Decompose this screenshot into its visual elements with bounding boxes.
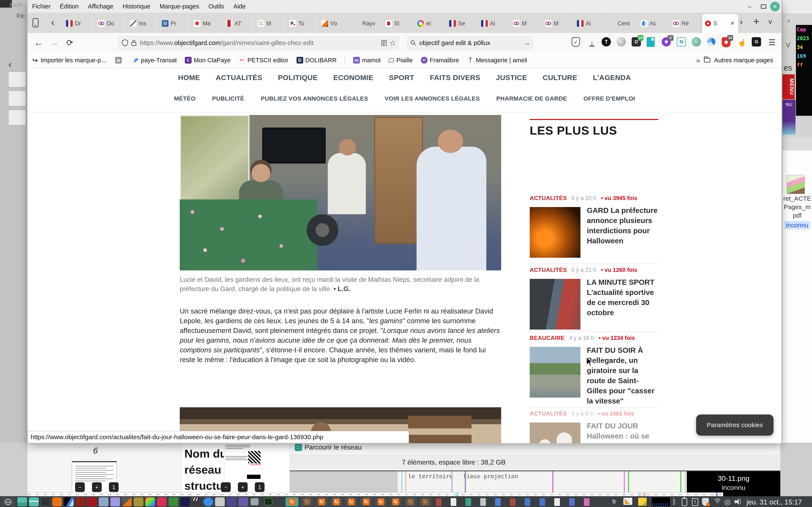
taskbar-window-button[interactable]: ↻ [359,497,372,506]
menu-item[interactable]: Aide [234,3,246,10]
article-link[interactable]: FAIT DU JOUR Halloween : où se faire peu… [587,421,658,443]
bookmark-item[interactable]: paye-Transat [132,57,177,64]
extension-icon[interactable] [767,37,777,48]
bookmark-item[interactable]: Messagerie | ameli [467,57,527,64]
menu-item[interactable]: Historique [123,3,150,10]
article-thumbnail[interactable] [530,207,580,258]
launcher-icon[interactable] [134,497,143,506]
taskbar-document-button[interactable] [566,498,578,506]
browser-tab[interactable]: S✕ [702,14,739,33]
taskbar-document-button[interactable] [536,498,548,506]
browser-tab[interactable]: Ai✕ [478,14,510,33]
launcher-icon[interactable] [157,497,167,506]
launcher-icon[interactable] [29,497,39,506]
clipboard-icon[interactable] [692,498,698,506]
site-nav-item[interactable]: JUSTICE [496,73,527,82]
zoom-page-button[interactable]: 1 [109,482,119,492]
bookmark-item[interactable]: Piaille [389,57,413,64]
url-bar[interactable]: https://www.objectifgard.com/gard/nimes/… [118,36,399,50]
forward-button[interactable]: → [48,36,60,49]
article-link[interactable]: LA MINUTE SPORT L'actualité sportive de … [587,277,658,318]
system-monitor-icon[interactable] [264,498,272,505]
shield-permissions-icon[interactable] [121,39,129,47]
taskbar-window-button[interactable]: ↻ [419,497,432,506]
launcher-icon[interactable] [145,497,155,506]
site-nav-item[interactable]: HOME [178,73,200,82]
clock[interactable]: jeu. 31 oct., 15:17 [747,498,802,506]
extension-icon[interactable] [737,37,747,48]
extension-icon[interactable]: 0 [662,37,671,47]
minimize-button[interactable]: – [745,2,755,11]
scroll-tabs-right-icon[interactable]: › [740,16,743,27]
list-tabs-icon[interactable]: ˅ [768,18,772,26]
launcher-icon[interactable] [215,497,225,506]
taskbar-window-button[interactable]: ↻ [389,497,402,506]
site-nav-item[interactable]: POLITIQUE [278,73,318,82]
browser-tab[interactable]: M✕ [542,14,574,33]
zoom-out-button[interactable]: − [221,482,231,492]
browser-tab[interactable]: Sl✕ [383,14,415,33]
browse-network-button[interactable]: ⏍ Parcourir le réseau [295,443,362,451]
firefox-view-icon[interactable] [33,18,39,27]
launcher-icon[interactable] [75,497,85,506]
taskbar-document-button[interactable] [581,498,593,506]
bookmark-item[interactable]: mamot [353,57,381,64]
start-menu-button[interactable]: lm [1,497,15,506]
screen-ruler-icon[interactable] [623,498,632,505]
back-button[interactable]: ← [32,36,45,49]
taskbar-document-button[interactable] [477,498,489,506]
most-read-item[interactable]: ACTUALITÉSIl y a 8 hvu 1062 foisFAIT DU … [530,407,659,443]
browser-tab[interactable]: Cent✕ [606,14,638,33]
launcher-icon[interactable] [180,497,190,506]
scroll-tabs-left-icon[interactable]: ‹ [51,16,54,28]
category-label[interactable]: ACTUALITÉS [530,195,567,202]
browser-tab[interactable]: Pr✕ [159,14,191,33]
launcher-icon[interactable] [192,497,202,506]
search-bar[interactable]: objectif gard edit & p0llux → [407,36,534,50]
extension-icon[interactable] [677,37,686,47]
cookie-settings-button[interactable]: Paramètres cookies [696,414,773,436]
wifi-icon[interactable] [713,498,722,506]
bookmark-item[interactable]: DOLIBARR [297,57,337,64]
site-nav-item[interactable]: PUBLICITÉ [212,95,244,102]
article-thumbnail[interactable] [530,279,580,330]
zoom-in-button[interactable]: + [92,482,102,492]
browser-tab[interactable]: Se✕ [447,14,478,33]
close-button[interactable]: ✕ [770,2,780,11]
site-nav-item[interactable]: PHARMACIE DE GARDE [496,95,567,102]
bookmark-item[interactable] [115,57,124,64]
new-tab-button[interactable]: + [753,15,759,27]
menu-item[interactable]: Affichage [88,3,113,10]
taskbar-window-button[interactable]: ↻ [345,497,358,506]
taskbar-document-button[interactable] [462,498,474,506]
search-input[interactable]: objectif gard edit & p0llux [419,39,520,47]
site-nav-item[interactable]: OFFRE D'EMPLOI [583,95,635,102]
extension-icon[interactable] [647,37,655,47]
launcher-icon[interactable] [17,497,27,506]
browser-tab[interactable]: M✕ [510,14,542,33]
menu-item[interactable]: Fichier [32,3,51,10]
menu-item[interactable]: Marque-pages [160,3,199,10]
extension-icon[interactable] [617,37,626,47]
software-update-icon[interactable]: ◎ [724,498,730,506]
browser-tab[interactable]: Ins✕ [127,14,159,33]
article-thumbnail[interactable] [530,347,580,398]
monitor-applet-icon[interactable] [251,498,259,505]
browser-tab[interactable]: Ac✕ [638,14,670,33]
taskbar-window-button[interactable]: ↻ [330,497,343,506]
menu-item[interactable]: Édition [60,3,79,10]
battery-icon[interactable] [682,498,687,506]
browser-tab[interactable]: Ré✕ [670,14,702,33]
network-graph-applet[interactable] [651,497,670,507]
category-label[interactable]: BEAUCAIRE [530,335,565,341]
article-link[interactable]: GARD La préfecture annonce plusieurs int… [587,205,658,246]
most-read-item[interactable]: ACTUALITÉSIl y a 20 hvu 3945 foisGARD La… [530,195,659,246]
launcher-icon[interactable] [87,497,97,506]
bookmarks-overflow[interactable]: » Autres marque-pages [696,53,773,68]
tab-close-icon[interactable]: ✕ [729,20,736,27]
taskbar-window-button[interactable]: ↻ [286,497,299,506]
extension-icon[interactable]: 24 [631,37,641,47]
zoom-in-button[interactable]: + [238,482,248,492]
launcher-icon[interactable] [227,497,237,506]
extension-icon[interactable] [692,37,701,47]
